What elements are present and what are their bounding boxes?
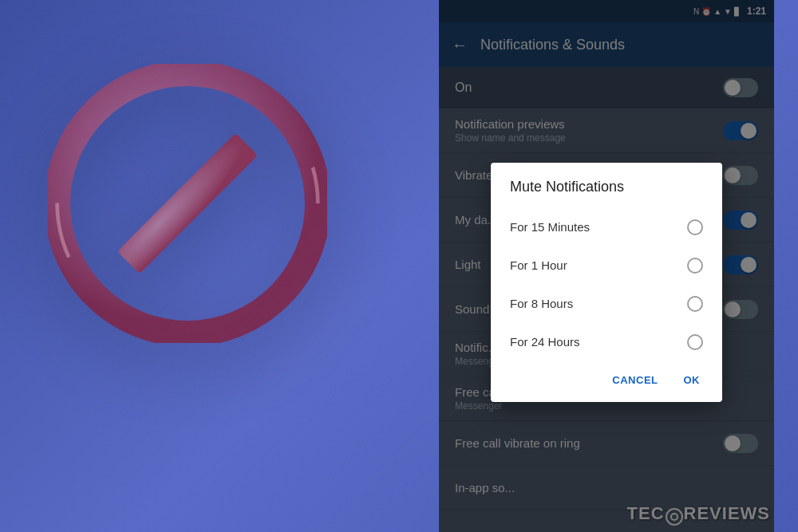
option-8-hours[interactable]: For 8 Hours: [491, 285, 722, 323]
phone-screen: N ⏰ ▲ ▼ ▊ 1:21 ← Notifications & Sounds …: [439, 0, 774, 532]
cancel-button[interactable]: CANCEL: [602, 368, 667, 392]
dialog-overlay: Mute Notifications For 15 Minutes For 1 …: [439, 0, 774, 532]
svg-rect-1: [117, 133, 259, 274]
option-8-hours-label: For 8 Hours: [510, 297, 573, 310]
ok-button[interactable]: OK: [674, 368, 710, 392]
option-24-hours[interactable]: For 24 Hours: [491, 323, 722, 361]
option-1-hour[interactable]: For 1 Hour: [491, 246, 722, 285]
option-24-hours-radio[interactable]: [687, 334, 703, 350]
mute-notifications-dialog: Mute Notifications For 15 Minutes For 1 …: [491, 163, 722, 402]
option-1-hour-label: For 1 Hour: [510, 258, 567, 272]
option-8-hours-radio[interactable]: [687, 296, 703, 312]
no-symbol-icon: [48, 64, 327, 343]
option-15-minutes[interactable]: For 15 Minutes: [491, 208, 722, 246]
option-15-minutes-radio[interactable]: [687, 219, 703, 235]
dialog-actions: CANCEL OK: [491, 361, 722, 402]
dialog-title: Mute Notifications: [491, 179, 722, 208]
option-24-hours-label: For 24 Hours: [510, 335, 580, 349]
option-1-hour-radio[interactable]: [687, 258, 703, 274]
option-15-minutes-label: For 15 Minutes: [510, 220, 590, 234]
